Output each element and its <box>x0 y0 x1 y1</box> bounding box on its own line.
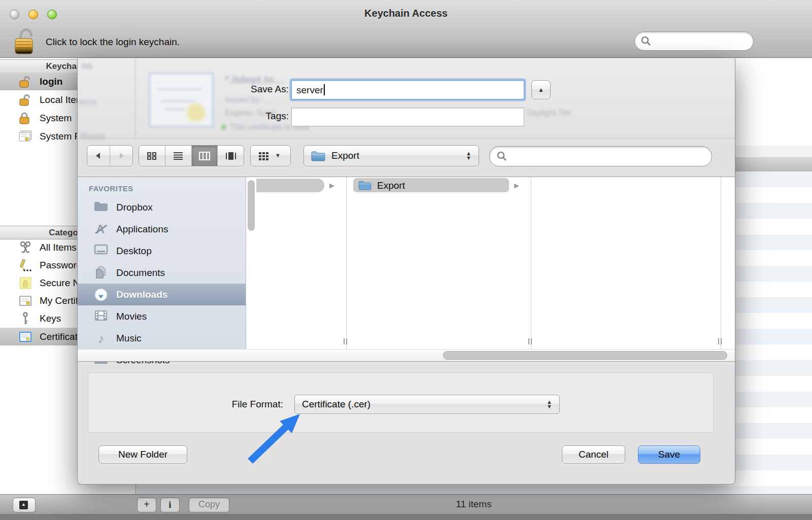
favorite-item-movies[interactable]: Movies <box>78 305 246 327</box>
column2-item-label: Export <box>377 179 405 192</box>
new-folder-button[interactable]: New Folder <box>98 445 187 464</box>
sheet-top-section: ns ems Roots *.itdept.to… Issued by: … E… <box>78 58 735 138</box>
yellow-note-icon <box>18 276 32 290</box>
locked-padlock-icon <box>18 111 32 125</box>
browser-horizontal-scrollbar <box>78 349 735 361</box>
column-resize-handle[interactable] <box>718 338 719 344</box>
ghost-issued-by: Issued by: … <box>225 95 272 105</box>
ghost-expires-right: Daylight Tim <box>527 109 571 118</box>
save-as-value: server <box>296 85 323 95</box>
certificate-icon <box>18 129 32 144</box>
favorite-item-applications[interactable]: A Applications <box>78 218 246 240</box>
back-button[interactable] <box>87 146 110 166</box>
pencil-dots-icon <box>18 258 32 272</box>
favorite-item-music[interactable]: ♪ Music <box>78 327 246 349</box>
sheet-search-input[interactable] <box>489 146 712 166</box>
ghost-local-items-fragment: ems <box>79 96 97 108</box>
ghost-sidebar-divider <box>135 58 136 137</box>
icon-view-button[interactable] <box>139 146 165 166</box>
music-note-icon: ♪ <box>94 331 108 345</box>
show-keychains-icon: ▲ <box>19 501 28 509</box>
ghost-system-roots-fragment: Roots <box>80 131 106 142</box>
file-format-value: Certificate (.cer) <box>302 399 370 410</box>
window-bottom-edge <box>0 514 812 520</box>
favorite-item-documents[interactable]: Documents <box>78 262 246 284</box>
items-count: 11 items <box>136 499 812 510</box>
forward-button[interactable] <box>110 146 132 166</box>
back-arrow-icon <box>94 152 103 160</box>
forward-arrow-icon <box>117 152 125 160</box>
column-resize-handle[interactable] <box>346 338 347 344</box>
column-divider <box>346 177 347 349</box>
cover-flow-view-button[interactable] <box>217 146 244 166</box>
save-as-input[interactable]: server <box>291 80 524 99</box>
location-popup[interactable]: Export ▲▼ <box>303 145 479 166</box>
chevron-down-icon: ▼ <box>275 152 281 158</box>
favorites-header: FAVORITES <box>89 184 133 193</box>
downloads-icon <box>94 288 108 302</box>
search-icon <box>640 36 652 49</box>
icon-view-icon <box>147 152 157 160</box>
file-browser: FAVORITES Dropbox A Applications Desktop… <box>78 177 735 362</box>
file-format-popup[interactable]: Certificate (.cer) ▲▼ <box>294 395 560 414</box>
column-resize-handle[interactable] <box>528 338 529 344</box>
list-view-icon <box>173 152 183 160</box>
column-divider <box>531 177 531 349</box>
popup-spinner-icon: ▲▼ <box>466 151 471 160</box>
disclosure-triangle-icon: ▶ <box>329 182 334 189</box>
collapse-arrow-icon: ▲ <box>538 86 544 93</box>
arrange-grid-icon <box>259 152 269 162</box>
favorite-item-dropbox[interactable]: Dropbox <box>78 196 246 218</box>
search-icon <box>496 151 507 164</box>
filmstrip-icon <box>94 309 108 324</box>
favorites-sidebar: FAVORITES Dropbox A Applications Desktop… <box>78 177 246 361</box>
column-resize-handle[interactable] <box>721 338 722 344</box>
column1-selected-row[interactable] <box>256 179 324 192</box>
toolbar-search-input[interactable] <box>634 31 754 51</box>
save-as-label: Save As: <box>208 84 289 95</box>
cancel-button[interactable]: Cancel <box>562 445 625 464</box>
horizontal-scrollbar-thumb[interactable] <box>443 351 727 360</box>
keychain-access-window: Keychain Access Click to lock the login … <box>0 0 812 520</box>
applications-icon: A <box>94 222 108 236</box>
annotation-arrow <box>245 408 311 469</box>
ghost-valid-dot <box>221 125 226 130</box>
popup-spinner-icon: ▲▼ <box>547 400 552 409</box>
desktop-icon <box>94 244 108 258</box>
disclosure-triangle-icon: ▶ <box>514 182 519 189</box>
keys-icon <box>18 240 32 255</box>
favorite-item-desktop[interactable]: Desktop <box>78 240 246 262</box>
documents-icon <box>94 266 108 280</box>
certificate-icon <box>18 294 32 308</box>
unlocked-padlock-icon <box>18 75 32 89</box>
favorite-item-downloads[interactable]: Downloads <box>78 284 246 305</box>
window-title: Keychain Access <box>0 8 812 19</box>
text-caret <box>324 84 325 95</box>
lock-status-text: Click to lock the login keychain. <box>46 37 180 48</box>
list-view-button[interactable] <box>165 146 191 166</box>
location-popup-value: Export <box>331 150 359 161</box>
favorites-scrollbar-thumb[interactable] <box>248 180 255 231</box>
column-resize-handle[interactable] <box>344 338 345 344</box>
column-view-button[interactable] <box>191 146 218 166</box>
toggle-keychains-button[interactable]: ▲ <box>13 498 36 512</box>
certificate-blue-icon <box>18 330 32 344</box>
blue-folder-icon <box>311 150 325 161</box>
column-view-icon <box>199 152 210 160</box>
save-button[interactable]: Save <box>638 445 700 464</box>
tags-input[interactable] <box>291 108 524 126</box>
ghost-certificate-thumbnail <box>149 73 214 127</box>
key-icon <box>18 311 32 326</box>
unlock-padlock-icon[interactable] <box>13 25 37 55</box>
nav-back-forward-control <box>87 145 133 166</box>
unlocked-padlock-icon <box>18 93 32 107</box>
column-divider <box>721 177 721 349</box>
tags-label: Tags: <box>208 111 289 122</box>
status-bar: ▲ + i Copy 11 items <box>0 494 812 514</box>
ghost-keychains-fragment: ns <box>82 61 92 72</box>
folder-icon <box>94 200 108 215</box>
column-resize-handle[interactable] <box>531 338 532 344</box>
collapse-sheet-button[interactable]: ▲ <box>531 80 551 99</box>
arrange-menu-button[interactable]: ▼ <box>250 145 291 166</box>
column2-selected-row-export[interactable]: Export <box>353 178 509 192</box>
